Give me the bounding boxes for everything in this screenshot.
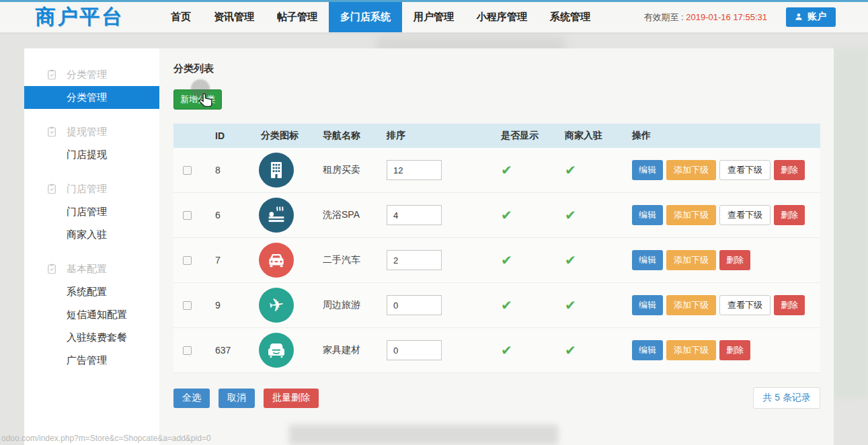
row-id: 6: [204, 210, 245, 220]
plane-icon: ✈: [259, 288, 294, 323]
record-count-badge: 共 5 条记录: [753, 387, 820, 409]
sidebar-item-ad-manage[interactable]: 广告管理: [24, 349, 159, 372]
edit-button[interactable]: 编辑: [632, 340, 663, 360]
header-visible: 是否显示: [487, 130, 555, 142]
building-icon: [259, 153, 294, 188]
view-child-button[interactable]: 查看下级: [719, 205, 771, 225]
row-checkbox[interactable]: [183, 346, 192, 355]
sidebar-item-store-manage[interactable]: 门店管理: [24, 200, 159, 223]
sidebar-item-category-manage[interactable]: 分类管理: [24, 86, 159, 109]
nav-item-multistore[interactable]: 多门店系统: [329, 2, 402, 32]
row-checkbox[interactable]: [183, 256, 192, 265]
batch-delete-button[interactable]: 批量删除: [264, 389, 319, 408]
check-icon: ✔: [565, 163, 576, 177]
add-child-button[interactable]: 添加下级: [666, 160, 716, 180]
table-row: 6 洗浴SPA ✔ ✔: [173, 193, 820, 238]
edit-button[interactable]: 编辑: [632, 250, 663, 270]
check-icon: ✔: [565, 253, 576, 268]
header-name: 导航名称: [309, 130, 377, 142]
check-icon: ✔: [501, 343, 512, 358]
nav-item-news[interactable]: 资讯管理: [202, 2, 266, 32]
check-icon: ✔: [565, 343, 576, 358]
row-id: 8: [204, 165, 245, 175]
sort-input[interactable]: [387, 340, 442, 360]
sort-input[interactable]: [387, 160, 442, 180]
row-checkbox[interactable]: [183, 166, 192, 175]
sidebar-item-sms-config[interactable]: 短信通知配置: [24, 303, 159, 326]
delete-button[interactable]: 删除: [774, 205, 805, 225]
main-content: 分类列表 新增分类 ID 分类图标 导航名称 排序 是否显示 商家入驻 操作 8: [159, 48, 834, 445]
category-table: ID 分类图标 导航名称 排序 是否显示 商家入驻 操作 8: [173, 124, 820, 373]
sofa-icon: [259, 333, 294, 368]
delete-button[interactable]: 删除: [719, 340, 750, 360]
sidebar-header-label: 提现管理: [67, 126, 107, 138]
sidebar-group-config: 基本配置 系统配置 短信通知配置 入驻续费套餐 广告管理: [24, 257, 159, 372]
delete-button[interactable]: 删除: [774, 295, 805, 315]
cancel-button[interactable]: 取消: [219, 389, 255, 408]
view-child-button[interactable]: 查看下级: [719, 160, 771, 180]
row-checkbox[interactable]: [183, 301, 192, 310]
add-child-button[interactable]: 添加下级: [666, 295, 716, 315]
sidebar-item-store-withdraw[interactable]: 门店提现: [24, 143, 159, 166]
sort-input[interactable]: [387, 250, 442, 270]
select-all-button[interactable]: 全选: [173, 389, 210, 408]
row-id: 9: [204, 300, 245, 311]
logo-area[interactable]: 商户平台: [0, 2, 159, 32]
add-child-button[interactable]: 添加下级: [666, 250, 716, 270]
row-name: 周边旅游: [309, 299, 377, 311]
app-logo: 商户平台: [36, 3, 124, 31]
expiry-text: 有效期至 : 2019-01-16 17:55:31: [643, 11, 767, 24]
row-id: 637: [204, 345, 245, 356]
sort-input[interactable]: [387, 205, 442, 225]
check-icon: ✔: [501, 298, 512, 313]
clipboard-check-icon: [46, 263, 58, 275]
nav-item-home[interactable]: 首页: [159, 2, 202, 32]
account-button-label: 账户: [807, 11, 826, 23]
account-button[interactable]: 账户: [786, 7, 836, 27]
table-header-row: ID 分类图标 导航名称 排序 是否显示 商家入驻 操作: [173, 124, 820, 148]
row-name: 洗浴SPA: [309, 209, 377, 221]
expiry-date: 2019-01-16 17:55:31: [686, 12, 767, 22]
sidebar-item-renewal-package[interactable]: 入驻续费套餐: [24, 326, 159, 349]
view-child-button[interactable]: 查看下级: [719, 295, 771, 315]
add-child-button[interactable]: 添加下级: [666, 340, 716, 360]
header-actions: 操作: [622, 130, 820, 142]
sidebar-group-withdraw: 提现管理 门店提现: [24, 120, 159, 166]
clipboard-check-icon: [46, 69, 58, 81]
header-sort: 排序: [377, 130, 487, 142]
delete-button[interactable]: 删除: [774, 160, 805, 180]
edit-button[interactable]: 编辑: [632, 205, 663, 225]
header-id: ID: [204, 130, 245, 141]
add-category-area: 新增分类: [173, 89, 222, 110]
mouse-cursor-icon: [198, 92, 215, 110]
status-bar-url: odoo.com/index.php?m=Store&c=Shopcate&a=…: [1, 434, 211, 443]
header-merchant: 商家入驻: [555, 130, 622, 142]
sidebar-item-system-config[interactable]: 系统配置: [24, 280, 159, 303]
table-footer: 全选 取消 批量删除 共 5 条记录: [173, 387, 820, 409]
nav-item-users[interactable]: 用户管理: [402, 2, 465, 32]
sidebar-header-label: 基本配置: [67, 263, 107, 276]
navbar-right: 有效期至 : 2019-01-16 17:55:31 账户: [643, 2, 868, 32]
clipboard-check-icon: [46, 126, 58, 138]
table-row: 637 家具建材 ✔ ✔ 编辑: [173, 328, 820, 373]
nav-item-posts[interactable]: 帖子管理: [266, 2, 329, 32]
nav-item-miniprogram[interactable]: 小程序管理: [465, 2, 539, 32]
table-row: 9 ✈ 周边旅游 ✔ ✔ 编辑 添加下级 查看下级 删除: [173, 283, 820, 328]
edit-button[interactable]: 编辑: [632, 160, 663, 180]
nav-item-system[interactable]: 系统管理: [539, 2, 602, 32]
background-artifact: [834, 48, 868, 398]
sidebar-item-merchant-join[interactable]: 商家入驻: [24, 223, 159, 246]
sidebar-header-label: 分类管理: [67, 69, 107, 81]
delete-button[interactable]: 删除: [719, 250, 750, 270]
row-name: 二手汽车: [309, 254, 377, 266]
sidebar-header-store: 门店管理: [24, 177, 159, 200]
row-checkbox[interactable]: [183, 211, 192, 220]
check-icon: ✔: [501, 253, 512, 268]
add-child-button[interactable]: 添加下级: [666, 205, 716, 225]
check-icon: ✔: [501, 163, 512, 177]
page-title: 分类列表: [173, 63, 820, 75]
sort-input[interactable]: [387, 295, 442, 315]
edit-button[interactable]: 编辑: [632, 295, 663, 315]
spa-icon: [259, 198, 294, 233]
row-id: 7: [204, 255, 245, 266]
